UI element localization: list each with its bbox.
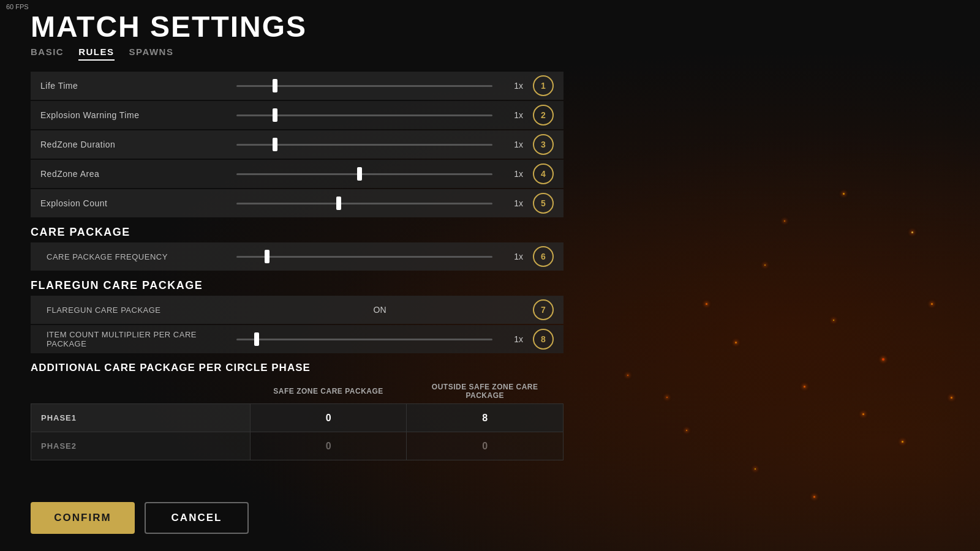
table-header-row: SAFE ZONE CARE PACKAGE OUTSIDE SAFE ZONE… <box>31 379 564 404</box>
col-outside-safe-zone: OUTSIDE SAFE ZONE CARE PACKAGE <box>407 379 564 404</box>
setting-row-care-freq: CARE PACKAGE FREQUENCY 1x 6 <box>31 242 564 271</box>
setting-row-flaregun: FLAREGUN CARE PACKAGE ON 7 <box>31 296 564 324</box>
bottom-buttons: CONFIRM CANCEL <box>31 502 249 534</box>
phase2-safe-value[interactable]: 0 <box>250 432 407 460</box>
slider-lifetime[interactable] <box>236 85 492 87</box>
value-item-multiplier: 1x <box>492 334 523 344</box>
badge-1: 1 <box>533 75 554 96</box>
slider-explosion-count[interactable] <box>236 203 492 204</box>
tab-spawns[interactable]: SPAWNS <box>129 47 174 59</box>
thumb-item-multiplier[interactable] <box>254 332 259 346</box>
track-explosion-count <box>236 203 492 204</box>
phase2-label: PHASE2 <box>31 432 251 460</box>
value-flaregun-toggle[interactable]: ON <box>236 305 523 315</box>
value-lifetime: 1x <box>492 81 523 91</box>
badge-6: 6 <box>533 246 554 267</box>
tab-rules[interactable]: RULES <box>78 47 114 59</box>
label-lifetime: Life Time <box>40 81 236 91</box>
thumb-redzone-duration[interactable] <box>273 138 277 151</box>
value-explosion-count: 1x <box>492 198 523 208</box>
phase1-outside-value[interactable]: 8 <box>407 404 564 432</box>
thumb-explosion-count[interactable] <box>336 197 341 210</box>
slider-redzone-area[interactable] <box>236 173 492 175</box>
thumb-explosion-warning[interactable] <box>273 108 277 122</box>
setting-row-redzone-area: RedZone Area 1x 4 <box>31 160 564 188</box>
care-package-header: CARE PACKAGE <box>31 226 564 239</box>
settings-area: Life Time 1x 1 Explosion Warning Time 1x… <box>31 72 564 460</box>
badge-2: 2 <box>533 105 554 126</box>
setting-row-explosion-warning: Explosion Warning Time 1x 2 <box>31 101 564 129</box>
flaregun-header: FLAREGUN CARE PACKAGE <box>31 279 564 292</box>
badge-7: 7 <box>533 299 554 320</box>
track-item-multiplier <box>236 339 492 340</box>
table-row: PHASE2 0 0 <box>31 432 564 460</box>
setting-row-lifetime: Life Time 1x 1 <box>31 72 564 100</box>
slider-redzone-duration[interactable] <box>236 144 492 146</box>
thumb-lifetime[interactable] <box>273 79 277 92</box>
main-content: MATCH SETTINGS BASIC RULES SPAWNS Life T… <box>0 0 594 473</box>
value-redzone-area: 1x <box>492 169 523 179</box>
thumb-care-freq[interactable] <box>265 250 270 263</box>
track-explosion-warning <box>236 114 492 116</box>
confirm-button[interactable]: CONFIRM <box>31 502 135 534</box>
col-phase <box>31 379 251 404</box>
additional-header: ADDITIONAL CARE PACKAGE PER CIRCLE PHASE <box>31 362 564 374</box>
slider-explosion-warning[interactable] <box>236 114 492 116</box>
track-lifetime <box>236 85 492 87</box>
thumb-redzone-area[interactable] <box>357 167 362 181</box>
badge-3: 3 <box>533 134 554 155</box>
value-explosion-warning: 1x <box>492 110 523 120</box>
setting-row-explosion-count: Explosion Count 1x 5 <box>31 189 564 217</box>
badge-4: 4 <box>533 163 554 184</box>
phase1-safe-value[interactable]: 0 <box>250 404 407 432</box>
value-redzone-duration: 1x <box>492 140 523 149</box>
setting-row-redzone-duration: RedZone Duration 1x 3 <box>31 130 564 159</box>
label-redzone-duration: RedZone Duration <box>40 140 236 149</box>
track-care-freq <box>236 256 492 258</box>
page-title: MATCH SETTINGS <box>31 12 564 42</box>
setting-row-item-multiplier: ITEM COUNT MULTIPLIER PER CARE PACKAGE 1… <box>31 325 564 353</box>
slider-care-freq[interactable] <box>236 256 492 258</box>
table-row: PHASE1 0 8 <box>31 404 564 432</box>
label-explosion-warning: Explosion Warning Time <box>40 110 236 120</box>
tab-basic[interactable]: BASIC <box>31 47 64 59</box>
col-safe-zone: SAFE ZONE CARE PACKAGE <box>250 379 407 404</box>
fps-counter: 60 FPS <box>6 3 29 10</box>
track-redzone-duration <box>236 144 492 146</box>
label-item-multiplier: ITEM COUNT MULTIPLIER PER CARE PACKAGE <box>40 330 236 348</box>
tab-bar: BASIC RULES SPAWNS <box>31 47 564 59</box>
label-redzone-area: RedZone Area <box>40 169 236 179</box>
slider-item-multiplier[interactable] <box>236 339 492 340</box>
badge-8: 8 <box>533 329 554 350</box>
phase2-outside-value[interactable]: 0 <box>407 432 564 460</box>
label-explosion-count: Explosion Count <box>40 198 236 208</box>
badge-5: 5 <box>533 193 554 214</box>
label-care-freq: CARE PACKAGE FREQUENCY <box>40 252 236 261</box>
cancel-button[interactable]: CANCEL <box>145 502 249 534</box>
phase1-label: PHASE1 <box>31 404 251 432</box>
care-table: SAFE ZONE CARE PACKAGE OUTSIDE SAFE ZONE… <box>31 379 564 460</box>
value-care-freq: 1x <box>492 252 523 261</box>
track-redzone-area <box>236 173 492 175</box>
label-flaregun: FLAREGUN CARE PACKAGE <box>40 305 236 315</box>
